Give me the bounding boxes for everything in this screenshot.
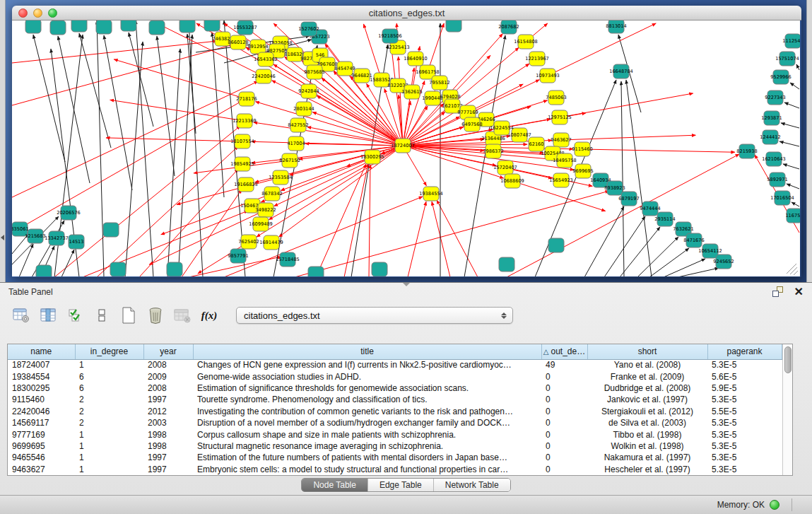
cell-out_degree[interactable]: 0 (541, 428, 587, 440)
cell-title[interactable]: Embryonic stem cells: a model to study s… (193, 464, 541, 475)
table-row[interactable]: 1872400712008Changes of HCN gene express… (8, 359, 782, 370)
cell-year[interactable]: 1997 (143, 394, 193, 405)
network-node[interactable]: 13342737 (45, 231, 69, 245)
cell-pagerank[interactable]: 5.9E-5 (707, 382, 782, 394)
cell-title[interactable]: Tourette syndrome. Phenomenology and cla… (193, 394, 541, 405)
network-node[interactable]: 7485063 (546, 90, 566, 105)
cell-out_degree[interactable]: 0 (541, 370, 587, 382)
cell-name[interactable]: 9699695 (8, 440, 75, 452)
select-columns-icon[interactable] (65, 305, 85, 325)
network-node[interactable]: 9242844 (298, 84, 319, 98)
network-node[interactable]: 9857791 (228, 249, 248, 263)
cell-year[interactable]: 1997 (143, 464, 193, 475)
network-node[interactable] (499, 257, 514, 271)
cell-name[interactable]: 19384554 (8, 370, 75, 382)
table-row[interactable]: 946362711997Embryonic stem cells: a mode… (8, 464, 782, 475)
network-node[interactable] (71, 21, 87, 32)
cell-short[interactable]: Jankovic et al. (1997) (587, 394, 707, 405)
cell-title[interactable]: Corpus callosum shape and size in male p… (193, 428, 541, 440)
cell-short[interactable]: Hescheler et al. (1997) (587, 464, 707, 475)
network-node[interactable]: 7955812 (429, 76, 449, 90)
network-node[interactable]: 9115460 (572, 142, 592, 156)
left-panel-edge[interactable] (0, 0, 6, 282)
memory-ok-indicator[interactable] (770, 500, 779, 510)
network-node[interactable] (180, 21, 195, 33)
cell-out_degree[interactable]: 0 (541, 464, 587, 475)
network-node[interactable]: 3498222 (255, 203, 276, 217)
cell-short[interactable]: Tibbo et al. (1998) (587, 428, 707, 440)
cell-pagerank[interactable]: 5.3E-5 (707, 417, 782, 428)
network-node[interactable]: 16154808 (514, 35, 538, 49)
table-row[interactable]: 1938455462009Genome-wide association stu… (8, 370, 782, 382)
network-node[interactable]: 9463627 (551, 133, 571, 147)
network-node[interactable]: 20206576 (57, 206, 81, 220)
network-node[interactable]: 7625402 (238, 235, 259, 249)
delete-rows-icon[interactable] (146, 305, 165, 325)
table-row[interactable]: 1830029562008Estimation of significance … (8, 382, 782, 394)
network-node[interactable]: 22420046 (252, 69, 276, 83)
network-node[interactable] (204, 21, 220, 31)
column-header-year[interactable]: year (143, 344, 193, 359)
network-node[interactable]: 417004 (287, 136, 305, 151)
network-node[interactable]: 12975125 (548, 110, 572, 124)
network-node[interactable]: 15654923 (549, 173, 573, 187)
network-node[interactable] (50, 21, 66, 35)
cell-title[interactable]: Disruption of a novel member of a sodium… (193, 417, 541, 428)
close-panel-icon[interactable]: ✕ (794, 286, 804, 298)
network-node[interactable]: 9245652 (713, 255, 734, 269)
column-header-short[interactable]: short (587, 344, 707, 359)
network-node[interactable]: 16648784 (609, 64, 633, 78)
network-node[interactable]: 6497568 (461, 117, 482, 132)
network-node[interactable]: 8660128 (228, 35, 248, 49)
cell-title[interactable]: Genome-wide association studies in ADHD. (193, 370, 541, 382)
cell-year[interactable]: 2008 (143, 359, 193, 370)
network-node[interactable] (548, 238, 564, 252)
zoom-window-button[interactable] (48, 8, 57, 18)
tab-network-table[interactable]: Network Table (434, 479, 510, 491)
network-node[interactable]: 1362615 (401, 85, 422, 99)
cell-name[interactable]: 9465546 (8, 452, 75, 463)
network-node[interactable]: 2718176 (236, 92, 257, 106)
cell-name[interactable]: 9777169 (8, 428, 75, 440)
network-node[interactable]: 17016504 (770, 191, 794, 205)
cell-year[interactable]: 2003 (143, 417, 193, 428)
cell-out_degree[interactable]: 0 (541, 394, 587, 405)
cell-out_degree[interactable]: 49 (541, 359, 587, 370)
cell-in_degree[interactable]: 2 (75, 394, 143, 405)
network-node[interactable] (308, 267, 324, 276)
cell-in_degree[interactable]: 6 (75, 382, 143, 394)
cell-in_degree[interactable]: 1 (75, 464, 143, 475)
network-node[interactable]: 1112544 (782, 34, 800, 48)
cell-out_degree[interactable]: 0 (541, 417, 587, 428)
panel-collapse-arrow-icon[interactable] (1, 235, 4, 240)
network-node[interactable]: 1293871 (761, 111, 782, 125)
column-header-out_degree[interactable]: △out_de… (541, 344, 587, 359)
new-table-icon[interactable] (119, 305, 139, 325)
table-select-dropdown[interactable]: citations_edges.txt (236, 307, 513, 324)
network-node[interactable]: 1244412 (760, 130, 780, 144)
network-node[interactable]: 8912954 (247, 40, 268, 54)
cell-title[interactable]: Estimation of the future numbers of pati… (193, 452, 541, 463)
network-node[interactable]: 9529966 (770, 70, 791, 84)
cell-title[interactable]: Investigating the contribution of common… (193, 406, 541, 417)
cell-short[interactable]: Nakamura et al. (1997) (587, 452, 707, 463)
cell-in_degree[interactable]: 2 (75, 406, 143, 417)
cell-in_degree[interactable]: 6 (75, 370, 143, 382)
network-node[interactable]: 2935114 (654, 212, 675, 226)
cell-pagerank[interactable]: 5.6E-5 (707, 370, 782, 382)
network-node[interactable]: 6879197 (618, 192, 639, 206)
network-node[interactable]: 1527602 (298, 22, 319, 36)
network-node[interactable]: 7986372 (483, 144, 503, 158)
network-node[interactable] (103, 223, 119, 237)
network-node[interactable]: 1215683 (25, 229, 45, 243)
network-node[interactable]: 12213369 (233, 114, 257, 128)
cell-year[interactable]: 2008 (143, 382, 193, 394)
network-node[interactable]: 12353584 (269, 170, 293, 185)
cell-pagerank[interactable]: 5.3E-5 (707, 464, 782, 475)
network-node[interactable]: 116753 (785, 209, 800, 223)
right-panel-edge[interactable] (806, 0, 812, 282)
cell-pagerank[interactable]: 5.3E-5 (707, 440, 782, 452)
network-node[interactable]: 8427552 (288, 118, 308, 132)
cell-name[interactable]: 9463627 (8, 464, 75, 475)
cell-in_degree[interactable]: 1 (75, 359, 143, 370)
